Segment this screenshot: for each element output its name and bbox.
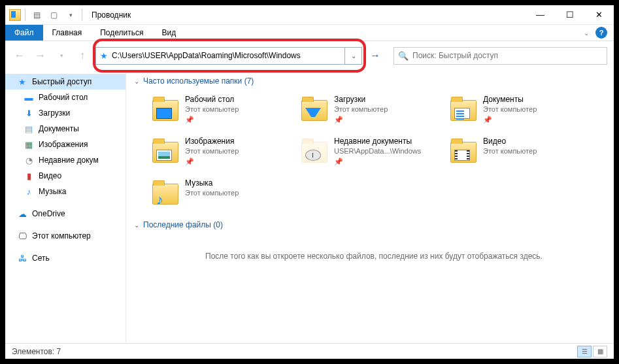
music-icon: ♪	[24, 186, 34, 197]
folder-tile[interactable]: ЗагрузкиЭтот компьютер📌	[301, 92, 450, 134]
section-frequent[interactable]: ⌄ Часто используемые папки (7)	[134, 73, 614, 92]
tab-share[interactable]: Поделиться	[91, 25, 152, 41]
explorer-icon	[9, 9, 21, 21]
view-details-button[interactable]: ☰	[577, 346, 592, 357]
nav-up-button[interactable]: ↑	[75, 48, 90, 63]
sidebar-label: Быстрый доступ	[32, 77, 92, 86]
sidebar-item-pictures[interactable]: ▦Изображения	[5, 137, 125, 152]
folder-tile[interactable]: ♪МузыкаЭтот компьютер	[152, 176, 301, 218]
tile-name: Загрузки	[334, 95, 388, 104]
folder-icon	[450, 93, 478, 121]
ribbon-right: ⌄ ?	[584, 25, 614, 41]
tile-meta: ЗагрузкиЭтот компьютер📌	[334, 93, 388, 124]
folder-tile[interactable]: ИзображенияЭтот компьютер📌	[152, 134, 301, 176]
chevron-down-icon: ⌄	[134, 222, 139, 229]
window-title: Проводник	[92, 10, 131, 20]
folder-grid: Рабочий столЭтот компьютер📌ЗагрузкиЭтот …	[134, 92, 614, 218]
address-history-dropdown[interactable]: ⌄	[344, 48, 361, 64]
sidebar-item-videos[interactable]: ▮Видео	[5, 168, 125, 184]
tile-sub: Этот компьютер	[185, 189, 239, 197]
tile-meta: ДокументыЭтот компьютер📌	[483, 93, 537, 124]
folder-tile[interactable]: ДокументыЭтот компьютер📌	[450, 92, 599, 134]
body: ★ Быстрый доступ ▬Рабочий стол ⬇Загрузки…	[5, 70, 614, 343]
help-icon[interactable]: ?	[595, 27, 607, 39]
maximize-button[interactable]: ☐	[555, 5, 584, 24]
quick-access-toolbar: ▤ ▢ ▾	[5, 8, 88, 22]
tile-name: Музыка	[185, 178, 239, 188]
address-bar-container: ★ ⌄	[95, 42, 362, 69]
minimize-button[interactable]: —	[526, 5, 555, 24]
qat-dropdown-icon[interactable]: ▾	[63, 8, 78, 22]
refresh-button[interactable]: →	[367, 48, 383, 63]
sidebar-network[interactable]: 🖧Сеть	[5, 250, 125, 266]
sidebar-quick-access[interactable]: ★ Быстрый доступ	[5, 74, 125, 90]
item-count: Элементов: 7	[12, 347, 61, 356]
status-bar: Элементов: 7 ☰ ▦	[5, 343, 614, 359]
section-recent[interactable]: ⌄ Последние файлы (0)	[134, 218, 614, 236]
navbar: ← → ▾ ↑ ★ ⌄ → 🔍	[5, 41, 614, 70]
star-icon: ★	[17, 76, 27, 87]
network-icon: 🖧	[17, 253, 27, 263]
address-input[interactable]	[112, 48, 344, 63]
nav-forward-button[interactable]: →	[33, 48, 48, 63]
folder-overlay-icon	[156, 108, 172, 119]
tab-file[interactable]: Файл	[5, 25, 43, 41]
tile-name: Видео	[483, 137, 537, 146]
properties-icon[interactable]: ▤	[29, 8, 44, 22]
qat-divider	[25, 9, 25, 21]
tile-sub: Этот компьютер	[483, 105, 537, 113]
pin-icon: 📌	[185, 157, 194, 166]
close-button[interactable]: ✕	[584, 5, 614, 24]
tab-view[interactable]: Вид	[152, 25, 185, 41]
folder-icon	[152, 135, 180, 163]
tile-meta: Недавние документыUSER\AppData...\Window…	[334, 135, 421, 166]
folder-overlay-icon	[305, 108, 321, 119]
search-input[interactable]	[412, 51, 603, 60]
chevron-down-icon: ⌄	[134, 78, 139, 85]
pin-icon: 📌	[185, 116, 194, 124]
folder-tile[interactable]: Рабочий столЭтот компьютер📌	[152, 92, 301, 134]
sidebar-item-recent[interactable]: ◔Недавние докум	[5, 152, 125, 168]
folder-overlay-icon	[454, 108, 470, 119]
nav-recent-dropdown[interactable]: ▾	[54, 48, 69, 63]
sidebar-onedrive[interactable]: ☁OneDrive	[5, 206, 125, 222]
videos-icon: ▮	[24, 171, 34, 181]
pc-icon: 🖵	[17, 231, 27, 241]
explorer-window: ▤ ▢ ▾ Проводник — ☐ ✕ Файл Главная Подел…	[0, 0, 619, 364]
nav-back-button[interactable]: ←	[12, 48, 27, 63]
tile-name: Изображения	[185, 137, 239, 146]
sidebar-this-pc[interactable]: 🖵Этот компьютер	[5, 228, 125, 244]
quick-access-star-icon: ★	[100, 51, 108, 61]
tab-home[interactable]: Главная	[43, 25, 92, 41]
folder-icon	[450, 135, 478, 163]
tile-meta: ИзображенияЭтот компьютер📌	[185, 135, 239, 166]
view-icons-button[interactable]: ▦	[593, 346, 607, 357]
tile-sub: Этот компьютер	[185, 105, 239, 113]
folder-icon	[152, 93, 180, 121]
sidebar-item-desktop[interactable]: ▬Рабочий стол	[5, 90, 125, 105]
onedrive-icon: ☁	[17, 208, 27, 219]
folder-tile[interactable]: ВидеоЭтот компьютер	[450, 134, 599, 176]
new-folder-icon[interactable]: ▢	[46, 8, 61, 22]
documents-icon: ▤	[24, 124, 34, 134]
tile-name: Рабочий стол	[185, 95, 239, 104]
recent-icon: ◔	[24, 155, 34, 165]
sidebar-item-downloads[interactable]: ⬇Загрузки	[5, 105, 125, 121]
pictures-icon: ▦	[24, 139, 34, 150]
search-icon: 🔍	[398, 51, 409, 61]
qat-divider-2	[82, 9, 82, 21]
folder-icon: ♪	[152, 177, 180, 205]
ribbon-expand-icon[interactable]: ⌄	[584, 29, 589, 37]
tile-name: Недавние документы	[334, 137, 421, 146]
search-box[interactable]: 🔍	[393, 47, 607, 65]
music-overlay-icon: ♪	[156, 191, 172, 203]
empty-message: После того как вы откроете несколько фай…	[134, 236, 614, 276]
sidebar-item-music[interactable]: ♪Музыка	[5, 184, 125, 199]
tile-meta: ВидеоЭтот компьютер	[483, 135, 537, 156]
window-controls: — ☐ ✕	[526, 5, 614, 24]
sidebar-item-documents[interactable]: ▤Документы	[5, 121, 125, 137]
folder-tile[interactable]: Недавние документыUSER\AppData...\Window…	[301, 134, 450, 176]
titlebar: ▤ ▢ ▾ Проводник — ☐ ✕	[5, 5, 614, 25]
desktop-icon: ▬	[24, 92, 34, 103]
address-bar[interactable]: ★ ⌄	[95, 47, 362, 65]
